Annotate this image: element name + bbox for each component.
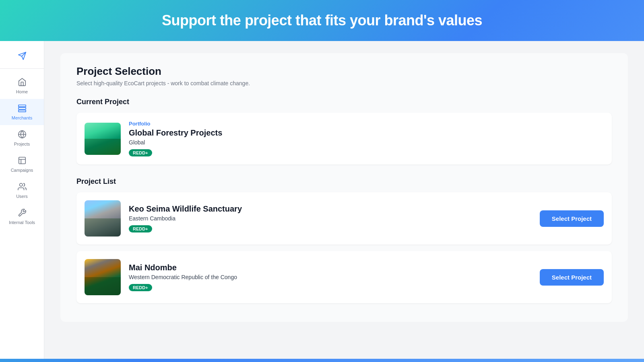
current-project-name: Global Forestry Projects — [129, 128, 604, 138]
current-project-info: Portfolio Global Forestry Projects Globa… — [129, 121, 604, 156]
list-item: Mai Ndombe Western Democratic Republic o… — [76, 251, 612, 303]
sidebar-item-projects[interactable]: Projects — [0, 125, 44, 151]
sidebar-item-internal-tools-label: Internal Tools — [9, 220, 35, 225]
project-2-location: Western Democratic Republic of the Congo — [129, 274, 532, 280]
paper-plane-icon — [18, 51, 27, 60]
content-area: Project Selection Select high-quality Ec… — [44, 41, 644, 359]
project-1-name: Keo Seima Wildlife Sanctuary — [129, 204, 532, 214]
users-icon — [18, 182, 27, 192]
sidebar-item-merchants[interactable]: Merchants — [0, 99, 44, 125]
project-2-badge: REDD+ — [129, 284, 152, 291]
sidebar-item-users-label: Users — [16, 194, 28, 199]
current-project-category: Portfolio — [129, 121, 604, 127]
current-project-image — [85, 123, 121, 155]
sidebar-item-home[interactable]: Home — [0, 73, 44, 99]
project-1-info: Keo Seima Wildlife Sanctuary Eastern Cam… — [129, 204, 532, 232]
list-item: Keo Seima Wildlife Sanctuary Eastern Cam… — [76, 192, 612, 245]
project-1-location: Eastern Cambodia — [129, 215, 532, 222]
sidebar: Home Merchants Projects — [0, 41, 44, 359]
sidebar-item-merchants-label: Merchants — [12, 115, 32, 120]
current-project-section-title: Current Project — [76, 98, 612, 106]
select-project-1-button[interactable]: Select Project — [540, 210, 604, 227]
sidebar-item-campaigns[interactable]: Campaigns — [0, 151, 44, 177]
project-list-section: Project List Keo Seima Wildlife Sanctuar… — [76, 177, 612, 303]
page-title: Project Selection — [76, 65, 612, 78]
sidebar-item-internal-tools[interactable]: Internal Tools — [0, 204, 44, 230]
project-2-info: Mai Ndombe Western Democratic Republic o… — [129, 263, 532, 291]
tools-icon — [18, 208, 27, 218]
sidebar-item-users[interactable]: Users — [0, 177, 44, 204]
sidebar-item-home-label: Home — [16, 89, 28, 94]
banner-title: Support the project that fits your brand… — [8, 12, 636, 29]
sidebar-item-campaigns-label: Campaigns — [11, 168, 33, 173]
svg-rect-4 — [18, 110, 25, 112]
campaigns-icon — [18, 156, 27, 166]
project-2-image — [85, 259, 121, 295]
page-subtitle: Select high-quality EcoCart projects - w… — [76, 80, 612, 86]
main-card: Project Selection Select high-quality Ec… — [60, 53, 628, 322]
project-2-name: Mai Ndombe — [129, 263, 532, 272]
current-project-location: Global — [129, 139, 604, 146]
current-project-card: Portfolio Global Forestry Projects Globa… — [76, 113, 612, 165]
top-banner: Support the project that fits your brand… — [0, 0, 644, 41]
svg-rect-7 — [19, 157, 25, 164]
project-list-section-title: Project List — [76, 177, 612, 186]
svg-rect-2 — [18, 105, 25, 107]
svg-rect-3 — [18, 107, 25, 109]
project-1-badge: REDD+ — [129, 225, 152, 232]
merchants-icon — [18, 104, 27, 114]
sidebar-logo — [0, 45, 44, 69]
home-icon — [18, 78, 27, 88]
select-project-2-button[interactable]: Select Project — [540, 269, 604, 286]
project-1-image — [85, 200, 121, 237]
sidebar-item-projects-label: Projects — [14, 142, 30, 146]
svg-point-10 — [19, 183, 22, 186]
app-container: Home Merchants Projects — [0, 41, 644, 359]
current-project-badge: REDD+ — [129, 149, 152, 156]
projects-icon — [18, 130, 27, 140]
